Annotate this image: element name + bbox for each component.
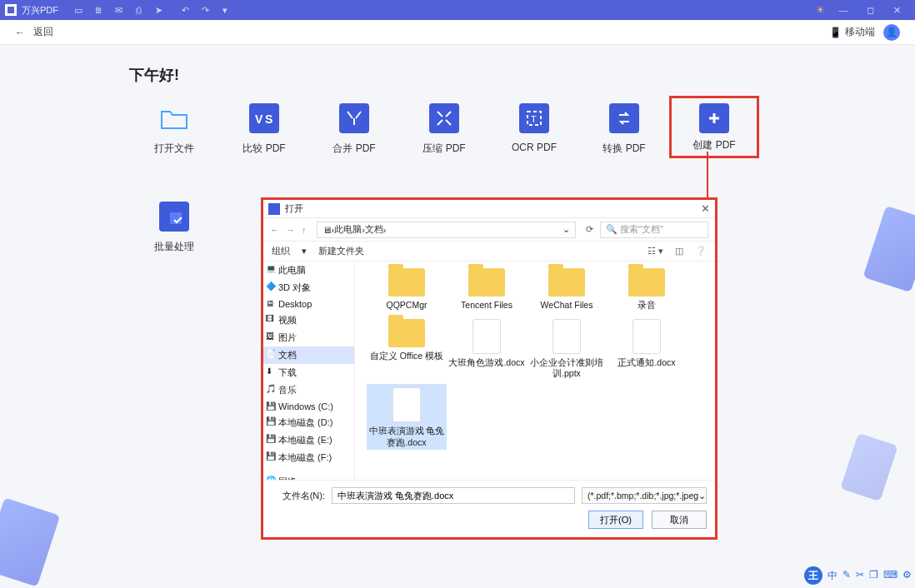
tree-node[interactable]: 💾Windows (C:) bbox=[263, 399, 354, 414]
action-compress[interactable]: 压缩 PDF bbox=[399, 103, 489, 158]
crumb-0[interactable]: 此电脑 bbox=[334, 223, 362, 236]
refresh-icon[interactable]: ⟳ bbox=[586, 224, 593, 235]
filename-input[interactable] bbox=[332, 487, 575, 504]
tree-node[interactable]: 🎵音乐 bbox=[263, 381, 354, 399]
compare-icon: VS bbox=[249, 103, 279, 133]
dialog-close-button[interactable]: ✕ bbox=[701, 202, 710, 215]
mail-icon[interactable]: ✉ bbox=[110, 2, 127, 18]
tray-icon[interactable]: ❐ bbox=[869, 569, 878, 583]
tree-node[interactable]: 💾本地磁盘 (F:) bbox=[263, 449, 354, 466]
svg-rect-8 bbox=[612, 107, 636, 130]
breadcrumb[interactable]: 🖥 › 此电脑 › 文档 › ⌄ bbox=[317, 222, 577, 238]
maximize-button[interactable]: ◻ bbox=[858, 2, 882, 18]
tree-node[interactable]: ⬇下载 bbox=[263, 364, 354, 381]
open-button[interactable]: 打开(O) bbox=[588, 511, 643, 529]
file-item[interactable]: QQPCMgr bbox=[367, 265, 447, 312]
decoration bbox=[863, 206, 915, 292]
crumb-dropdown-icon[interactable]: ⌄ bbox=[562, 224, 570, 235]
redo-icon[interactable]: ↷ bbox=[197, 2, 213, 18]
newfolder-button[interactable]: 新建文件夹 bbox=[318, 245, 364, 257]
close-button[interactable]: ✕ bbox=[885, 2, 908, 18]
tree-node[interactable]: 🖼图片 bbox=[263, 329, 354, 346]
tree-node[interactable]: 🖥Desktop bbox=[263, 296, 354, 311]
theme-icon[interactable]: ☀ bbox=[812, 2, 828, 18]
file-name: Tencent Files bbox=[448, 300, 525, 311]
tree-node[interactable]: 🎞视频 bbox=[263, 311, 354, 329]
tree-node[interactable]: 🔷3D 对象 bbox=[263, 279, 354, 296]
search-icon: 🔍 bbox=[606, 224, 618, 235]
convert-icon bbox=[609, 103, 639, 133]
tray-icon[interactable]: ⌨ bbox=[883, 569, 898, 583]
folder-icon bbox=[388, 319, 425, 347]
more-icon[interactable]: ▾ bbox=[217, 2, 233, 18]
dialog-titlebar: 打开 ✕ bbox=[263, 200, 715, 218]
tree-node[interactable]: 💻此电脑 bbox=[263, 262, 354, 279]
minimize-button[interactable]: — bbox=[832, 2, 855, 18]
folder-icon bbox=[548, 268, 585, 296]
input-method-tray: 王 中✎✂❐⌨⚙ bbox=[804, 566, 912, 585]
file-item[interactable]: 大班角色游戏.docx bbox=[447, 316, 527, 381]
share-icon[interactable]: ➤ bbox=[150, 2, 167, 18]
dialog-app-icon bbox=[268, 203, 280, 215]
folder-icon[interactable]: ▭ bbox=[70, 2, 87, 18]
file-item[interactable]: 自定义 Office 模板 bbox=[367, 316, 447, 381]
organize-caret-icon[interactable]: ▾ bbox=[302, 246, 307, 257]
action-open[interactable]: 打开文件 bbox=[129, 103, 219, 158]
ime-badge[interactable]: 王 bbox=[804, 566, 822, 585]
file-item[interactable]: 正式通知.docx bbox=[607, 316, 687, 381]
action-merge[interactable]: 合并 PDF bbox=[309, 103, 399, 158]
help-icon[interactable]: ❔ bbox=[695, 246, 707, 257]
dialog-toolbar: 组织▾ 新建文件夹 ☷ ▾ ◫ ❔ bbox=[263, 242, 715, 262]
nav-back-icon[interactable]: ← bbox=[270, 225, 279, 235]
file-name: 中班表演游戏 龟兔赛跑.docx bbox=[368, 426, 445, 447]
file-item[interactable]: Tencent Files bbox=[447, 265, 527, 312]
avatar[interactable]: 👤 bbox=[883, 24, 900, 41]
tree-icon: 🔷 bbox=[266, 282, 276, 291]
action-label: OCR PDF bbox=[489, 142, 579, 153]
back-arrow-icon[interactable]: ← bbox=[15, 27, 25, 38]
file-item[interactable]: WeChat Files bbox=[527, 265, 607, 312]
cancel-button[interactable]: 取消 bbox=[652, 511, 707, 529]
back-label[interactable]: 返回 bbox=[33, 25, 53, 39]
tree-icon: 🌐 bbox=[266, 476, 276, 480]
tree-icon: 🖼 bbox=[266, 331, 274, 341]
action-label: 打开文件 bbox=[129, 142, 219, 156]
compress-icon bbox=[429, 103, 459, 133]
file-item[interactable]: 中班表演游戏 龟兔赛跑.docx bbox=[367, 384, 447, 449]
action-convert[interactable]: 转换 PDF bbox=[579, 103, 669, 158]
filetype-filter[interactable]: (*.pdf;*.bmp;*.dib;*.jpg;*.jpeg ⌄ bbox=[582, 487, 707, 504]
tree-node[interactable]: 📄文档 bbox=[263, 346, 354, 364]
crumb-1[interactable]: 文档 bbox=[365, 223, 383, 236]
filename-label: 文件名(N): bbox=[272, 490, 325, 502]
action-compare[interactable]: VS比较 PDF bbox=[219, 103, 309, 158]
tray-icon[interactable]: ✎ bbox=[842, 569, 851, 583]
tree-node[interactable]: 🌐网络 bbox=[263, 473, 354, 480]
mobile-label[interactable]: 移动端 bbox=[845, 25, 875, 39]
tree-icon: ⬇ bbox=[266, 366, 272, 376]
action-batch[interactable]: 批量处理 bbox=[129, 202, 219, 254]
print-icon[interactable]: ⎙ bbox=[130, 2, 147, 18]
preview-pane-icon[interactable]: ◫ bbox=[675, 246, 683, 257]
nav-up-icon[interactable]: ↑ bbox=[302, 225, 307, 235]
merge-icon bbox=[339, 103, 369, 133]
file-name: 大班角色游戏.docx bbox=[448, 357, 525, 368]
action-ocr[interactable]: TOCR PDF bbox=[489, 103, 579, 158]
organize-button[interactable]: 组织 bbox=[272, 245, 290, 257]
undo-icon[interactable]: ↶ bbox=[177, 2, 193, 18]
dialog-nav: ← → ↑ 🖥 › 此电脑 › 文档 › ⌄ ⟳ 🔍 搜索"文档" bbox=[263, 218, 715, 242]
nav-forward-icon[interactable]: → bbox=[286, 225, 295, 235]
tree-node[interactable]: 💾本地磁盘 (D:) bbox=[263, 414, 354, 431]
tray-icon[interactable]: ✂ bbox=[856, 569, 864, 583]
file-item[interactable]: 小企业会计准则培训.pptx bbox=[527, 316, 607, 381]
save-icon[interactable]: 🗎 bbox=[90, 2, 107, 18]
tray-icon[interactable]: 中 bbox=[828, 569, 838, 583]
tree-node[interactable]: 💾本地磁盘 (E:) bbox=[263, 431, 354, 449]
action-create[interactable]: 创建 PDF bbox=[669, 96, 759, 158]
view-mode-icon[interactable]: ☷ ▾ bbox=[648, 246, 663, 257]
mobile-icon[interactable]: 📱 bbox=[829, 27, 842, 38]
crumb-root-icon: 🖥 bbox=[322, 225, 332, 235]
tray-icon[interactable]: ⚙ bbox=[902, 569, 912, 583]
decoration bbox=[840, 433, 898, 501]
file-item[interactable]: 录音 bbox=[607, 265, 687, 312]
dialog-search-input[interactable]: 🔍 搜索"文档" bbox=[600, 222, 708, 238]
